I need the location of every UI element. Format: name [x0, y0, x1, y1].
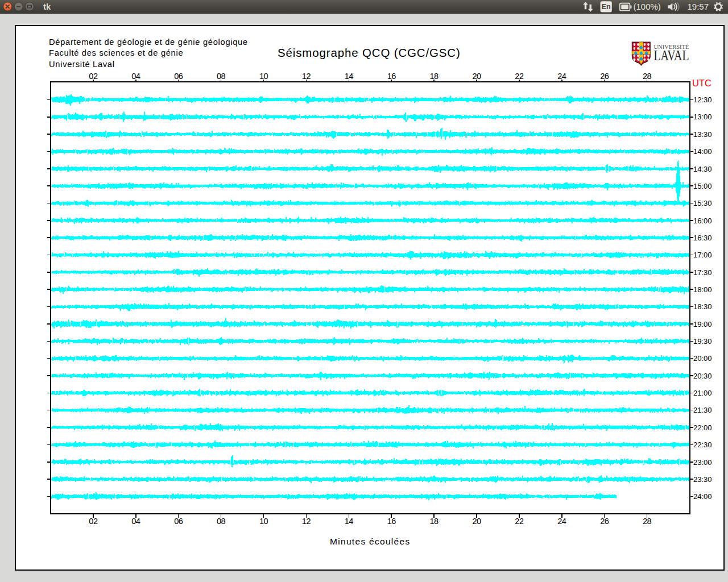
svg-text:En: En	[602, 3, 611, 11]
svg-text:LAVAL: LAVAL	[654, 48, 689, 63]
svg-text:(100%): (100%)	[634, 2, 661, 11]
svg-text:19:57: 19:57	[688, 2, 709, 11]
svg-text:tk: tk	[43, 2, 51, 11]
